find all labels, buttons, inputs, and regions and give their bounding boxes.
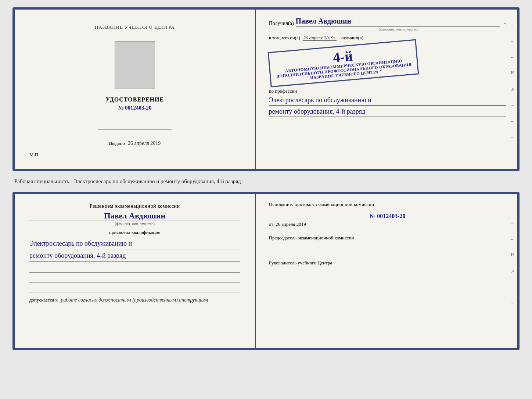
middle-label: Рабочая специальность - Электрослесарь п… xyxy=(12,178,520,185)
ot-date-line: от 26 апреля 2019 xyxy=(269,221,506,227)
page-wrapper: НАЗВАНИЕ УЧЕБНОГО ЦЕНТРА УДОСТОВЕРЕНИЕ №… xyxy=(7,7,525,350)
mp-label: М.П. xyxy=(29,152,39,158)
person-name-top: Павел Авдюшин xyxy=(296,17,500,26)
top-title: НАЗВАНИЕ УЧЕБНОГО ЦЕНТРА xyxy=(95,24,175,30)
vtom-line: в том, что он(a) 26 апреля 2019г. окончи… xyxy=(269,35,506,41)
vydano-line: Выдано 26 апреля 2019 xyxy=(109,140,161,146)
rukovoditel-signature-line xyxy=(269,272,324,279)
fio-caption-top: (фамилия, имя, отчество) xyxy=(291,27,506,31)
underline-3 xyxy=(29,284,240,292)
poluchil-label: Получил(a) xyxy=(269,21,294,26)
dopuskaetsya-label: допускается к xyxy=(29,297,58,303)
poluchil-line: Получил(a) Павел Авдюшин – xyxy=(269,17,506,26)
top-document: НАЗВАНИЕ УЧЕБНОГО ЦЕНТРА УДОСТОВЕРЕНИЕ №… xyxy=(12,7,520,171)
person-name-bottom: Павел Авдюшин xyxy=(29,211,240,221)
fio-caption-bottom: (фамилия, имя, отчество) xyxy=(29,222,240,226)
profession-line2: ремонту оборудования, 4-й разряд xyxy=(269,107,506,117)
top-doc-right: Получил(a) Павел Авдюшин – (фамилия, имя… xyxy=(256,10,517,169)
bottom-doc-right: Основание: протокол экзаменационной коми… xyxy=(256,194,517,348)
okonchil-label: окончил(a) xyxy=(341,35,363,40)
po-professii: по профессии xyxy=(269,88,506,94)
certificate-number: № 0012403-20 xyxy=(118,105,151,111)
qualification-line2: ремонту оборудования, 4-й разряд xyxy=(29,250,240,261)
ot-label: от xyxy=(269,221,273,227)
certificate-label: УДОСТОВЕРЕНИЕ xyxy=(106,96,164,103)
vtom-date: 26 апреля 2019г. xyxy=(303,35,336,41)
bottom-doc-left: Решением экзаменационной комиссии Павел … xyxy=(15,194,256,348)
bottom-right-dashes: – – – И ,а ← – – – xyxy=(511,194,515,348)
dopuskaetsya-value: работе согласно должностным (производств… xyxy=(61,297,208,303)
bottom-document: Решением экзаменационной комиссии Павел … xyxy=(12,192,520,350)
qualification-line1: Электрослесарь по обслуживанию и xyxy=(29,238,240,249)
resheniem-title: Решением экзаменационной комиссии xyxy=(29,203,240,209)
predsedatel-signature-line xyxy=(269,247,324,254)
vydano-label: Выдано xyxy=(109,140,125,146)
stamp-block: 4-й АВТОНОМНУЮ НЕКОММЕРЧЕСКУЮ ОРГАНИЗАЦИ… xyxy=(267,39,419,88)
predsedatel-label: Председатель экзаменационной комиссии xyxy=(269,235,506,241)
rukovoditel-block: Руководитель учебного Центра xyxy=(269,260,506,279)
ot-date: 26 апреля 2019 xyxy=(276,221,306,227)
profession-line1: Электрослесарь по обслуживанию и xyxy=(269,95,506,106)
dopuskaetsya-line: допускается к работе согласно должностны… xyxy=(29,297,240,303)
middle-label-text: Рабочая специальность - Электрослесарь п… xyxy=(14,178,241,184)
predsedatel-block: Председатель экзаменационной комиссии xyxy=(269,235,506,254)
osnovanie-title: Основание: протокол экзаменационной коми… xyxy=(269,202,506,207)
vtom-label: в том, что он(a) xyxy=(269,35,301,40)
vydano-date: 26 апреля 2019 xyxy=(128,140,161,147)
underline-1 xyxy=(29,264,240,272)
protocol-number: № 0012403-20 xyxy=(269,213,506,220)
right-dashes: – – – И ,а ← – – – xyxy=(511,10,515,169)
rukovoditel-label: Руководитель учебного Центра xyxy=(269,260,506,266)
underline-2 xyxy=(29,274,240,282)
prisvoena-label: присвоена квалификация xyxy=(29,229,240,235)
photo-placeholder xyxy=(115,41,155,89)
top-doc-left: НАЗВАНИЕ УЧЕБНОГО ЦЕНТРА УДОСТОВЕРЕНИЕ №… xyxy=(15,10,256,169)
